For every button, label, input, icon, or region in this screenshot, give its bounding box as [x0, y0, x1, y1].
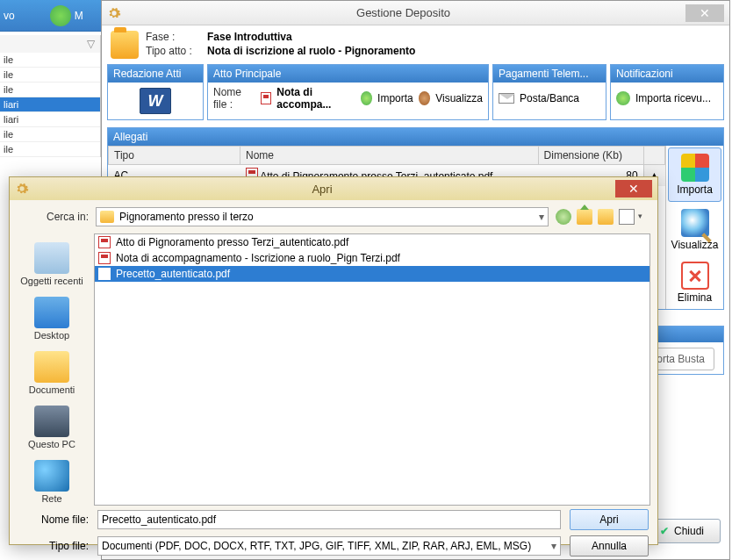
elimina-button[interactable]: Elimina — [666, 256, 723, 309]
col-scroll — [643, 147, 664, 165]
panel-atto-title: Atto Principale — [208, 65, 488, 83]
list-item[interactable]: ile — [0, 142, 100, 157]
refresh-icon[interactable] — [50, 5, 71, 26]
recent-icon — [34, 242, 69, 274]
place-documents[interactable]: Documenti — [15, 348, 89, 398]
filter-row[interactable]: ▽ — [0, 35, 100, 53]
folder-icon — [111, 31, 139, 59]
nomefile-label: Nome file: — [18, 513, 89, 526]
bg-m: M — [75, 10, 83, 22]
tipo-label: Tipo atto : — [146, 45, 207, 57]
panel-pag-title: Pagamenti Telem... — [493, 65, 606, 83]
chiudi-text: Chiudi — [674, 525, 704, 537]
bg-label: vo — [4, 10, 15, 22]
underlying-list: ▽ ileileileliariliariileile — [0, 35, 101, 157]
nomefile-label: Nome file : — [213, 86, 255, 111]
allegati-title: Allegati — [108, 128, 723, 146]
chevron-down-icon: ▾ — [539, 211, 544, 223]
panel-notificazioni: Notificazioni Importa ricevu... — [610, 64, 724, 120]
list-item[interactable]: ile — [0, 83, 100, 97]
mail-icon[interactable] — [499, 93, 514, 104]
new-folder-icon[interactable] — [598, 209, 614, 225]
nomefile-value: Nota di accompa... — [276, 86, 355, 111]
place-recent[interactable]: Oggetti recenti — [15, 239, 89, 290]
list-item[interactable]: liari — [0, 112, 100, 127]
list-item[interactable]: liari — [0, 97, 100, 112]
col-dim[interactable]: Dimensione (Kb) — [538, 147, 643, 165]
panel-redazione: Redazione Atti W — [107, 64, 204, 120]
allegati-actions: Importa Visualizza Elimina — [665, 146, 723, 309]
place-desktop[interactable]: Desktop — [15, 293, 89, 344]
import-icon[interactable] — [616, 91, 630, 105]
dialog-titlebar: Apri ✕ — [10, 177, 657, 200]
file-item[interactable]: Precetto_autenticato.pdf — [95, 266, 649, 282]
importa-button[interactable]: Importa — [668, 147, 721, 202]
close-button[interactable]: ✕ — [685, 4, 724, 22]
filename-input[interactable] — [97, 510, 561, 529]
check-icon: ✔ — [660, 525, 669, 537]
filetype-value: Documenti (PDF, DOC, DOCX, RTF, TXT, JPG… — [102, 540, 531, 552]
fase-value: Fase Introduttiva — [207, 31, 415, 43]
pdf-icon — [261, 92, 271, 104]
list-item[interactable]: ile — [0, 68, 100, 83]
place-label: Questo PC — [28, 439, 75, 449]
place-network[interactable]: Rete — [15, 456, 89, 507]
network-icon — [34, 460, 69, 492]
posta-label[interactable]: Posta/Banca — [520, 92, 579, 104]
panel-redazione-title: Redazione Atti — [108, 65, 203, 83]
col-nome[interactable]: Nome — [240, 147, 539, 165]
lookin-row: Cerca in: Pignoramento presso il terzo ▾ — [10, 200, 657, 233]
dialog-close-button[interactable]: ✕ — [615, 180, 652, 197]
importa-text: Importa — [677, 183, 713, 196]
panel-atto: Atto Principale Nome file : Nota di acco… — [207, 64, 489, 120]
place-label: Oggetti recenti — [20, 276, 83, 286]
delete-icon — [681, 262, 709, 290]
tipo-value: Nota di iscrizione al ruolo - Pignoramen… — [207, 45, 415, 57]
col-tipo[interactable]: Tipo — [109, 147, 240, 165]
place-label: Desktop — [34, 330, 69, 341]
desktop-icon — [34, 297, 69, 328]
gear-icon — [15, 182, 29, 196]
filetype-select[interactable]: Documenti (PDF, DOC, DOCX, RTF, TXT, JPG… — [97, 536, 561, 556]
elimina-text: Elimina — [678, 291, 712, 304]
importa-ricev-label[interactable]: Importa ricevu... — [635, 92, 711, 104]
info-header: Fase : Fase Introduttiva Tipo atto : Not… — [102, 25, 729, 64]
documents-icon — [34, 351, 69, 383]
open-file-dialog: Apri ✕ Cerca in: Pignoramento presso il … — [9, 176, 658, 545]
importa-label[interactable]: Importa — [377, 92, 413, 104]
list-item[interactable]: ile — [0, 127, 100, 142]
cercain-label: Cerca in: — [18, 211, 89, 223]
magnifier-icon — [681, 209, 709, 237]
underlying-toolbar: vo M — [0, 0, 101, 32]
place-label: Documenti — [29, 384, 75, 395]
visualizza-button[interactable]: Visualizza — [666, 204, 723, 256]
cancel-button[interactable]: Annulla — [570, 535, 649, 556]
file-list[interactable]: Atto di Pignoramento presso Terzi_autent… — [94, 233, 650, 506]
dialog-bottom: Nome file: Apri Tipo file: Documenti (PD… — [10, 506, 657, 560]
view-menu-icon[interactable] — [619, 209, 635, 225]
word-icon[interactable]: W — [140, 88, 171, 114]
file-item[interactable]: Nota di accompagnamento - Iscrizione a r… — [95, 250, 649, 266]
visualizza-icon[interactable] — [419, 91, 430, 105]
list-item[interactable]: ile — [0, 53, 100, 68]
up-icon[interactable] — [577, 209, 592, 225]
panel-not-title: Notificazioni — [611, 65, 723, 83]
titlebar: Gestione Deposito ✕ — [102, 1, 729, 25]
place-pc[interactable]: Questo PC — [15, 402, 89, 453]
import-icon[interactable] — [361, 91, 372, 105]
file-item[interactable]: Atto di Pignoramento presso Terzi_autent… — [95, 234, 649, 250]
panel-pagamenti: Pagamenti Telem... Posta/Banca — [492, 64, 606, 120]
fase-label: Fase : — [146, 31, 207, 43]
open-button[interactable]: Apri — [570, 509, 649, 530]
folder-name: Pignoramento presso il terzo — [119, 211, 254, 223]
panels-row: Redazione Atti W Atto Principale Nome fi… — [102, 64, 729, 120]
visualizza-label[interactable]: Visualizza — [435, 92, 483, 104]
pdf-icon — [98, 252, 111, 264]
pdf-icon — [98, 236, 111, 248]
back-icon[interactable] — [556, 209, 571, 225]
tipofile-label: Tipo file: — [18, 540, 89, 552]
nav-icons — [556, 209, 649, 225]
folder-combo[interactable]: Pignoramento presso il terzo ▾ — [96, 207, 549, 226]
dialog-title: Apri — [29, 183, 615, 196]
chevron-down-icon: ▾ — [551, 540, 556, 552]
